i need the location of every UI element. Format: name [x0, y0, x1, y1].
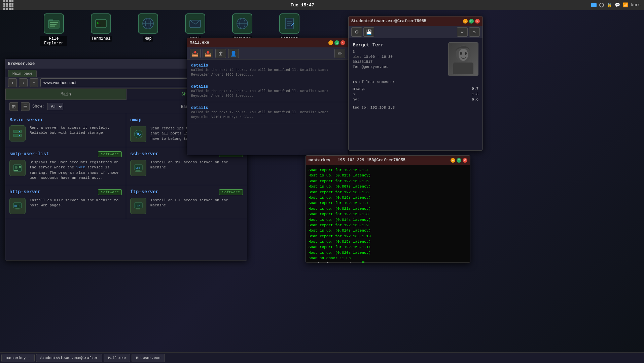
- student-id: 3: [353, 50, 444, 54]
- taskbar-item-mail[interactable]: Mail.exe: [104, 354, 130, 362]
- mail-inbox-button[interactable]: 📥: [190, 49, 201, 58]
- show-select[interactable]: All: [47, 103, 63, 110]
- mail-img: [185, 13, 205, 34]
- grades-section-title: ts of lost semester:: [353, 80, 478, 84]
- shop-item-http-name: http-server: [9, 189, 40, 195]
- shop-item-smtp-name: smtp-user-list: [9, 151, 49, 157]
- shop-item-http-icon: HTTP: [9, 198, 26, 214]
- app-grid-icon[interactable]: [3, 0, 13, 10]
- grade-row-3: ny: 6.6: [353, 97, 478, 102]
- list-view-button[interactable]: ☰: [21, 102, 30, 111]
- student-email: Terr@genzyme.net: [353, 65, 444, 69]
- svg-point-45: [465, 52, 467, 55]
- save-button[interactable]: 💾: [363, 27, 374, 37]
- prev-button[interactable]: «: [457, 27, 468, 37]
- avatar-placeholder: [449, 43, 478, 76]
- settings-button[interactable]: ⚙: [351, 27, 362, 37]
- students-maximize-button[interactable]: □: [469, 19, 474, 24]
- mail-close-button[interactable]: ✕: [341, 40, 345, 45]
- shop-item-http-server[interactable]: http-server Software HTTP Install an HTT…: [5, 185, 126, 219]
- desktop-icon-file-explorer[interactable]: File Explorer: [40, 13, 67, 46]
- terminal-maximize-button[interactable]: □: [457, 158, 461, 163]
- shop-item-basic-server-name: Basic server: [9, 117, 43, 123]
- taskbar-item-browser[interactable]: Browser.exe: [132, 354, 165, 362]
- mail-item-1[interactable]: details called in the next 12 hours. You…: [187, 60, 348, 81]
- mail-item-3[interactable]: details called in the next 12 hours. You…: [187, 102, 348, 123]
- terminal-line-16: Host is up. (0.020s latency): [309, 250, 467, 255]
- terminal-line-5: Scan report for 192.168.1.6: [309, 190, 467, 195]
- svg-rect-28: [14, 170, 18, 171]
- filter-left: ⊞ ☰ Show: All: [9, 102, 63, 111]
- desktop-icon-terminal[interactable]: >_ Terminal: [87, 13, 114, 42]
- terminal-line-10: Host is up. (0.014s latency): [309, 217, 467, 223]
- tab-main[interactable]: Main: [5, 89, 126, 100]
- students-minimize-button[interactable]: −: [463, 19, 468, 24]
- mail-compose-button[interactable]: 📤: [203, 49, 213, 58]
- svg-rect-2: [50, 22, 58, 23]
- students-toolbar-left: ⚙ 💾: [351, 27, 374, 37]
- terminal-line-11: Scan report for 192.168.1.9: [309, 223, 467, 228]
- svg-point-22: [19, 131, 20, 132]
- svg-text:SSH: SSH: [136, 167, 140, 169]
- shop-item-basic-server-desc: Rent a server to access it remotely. Rel…: [30, 125, 122, 136]
- browser-tab-main-page[interactable]: Main page: [8, 70, 37, 77]
- shop-item-nmap-icon: [130, 126, 146, 142]
- grade-row-1: mming: 9.7: [353, 87, 478, 91]
- mail-edit-button[interactable]: ✏: [334, 49, 345, 58]
- forward-button[interactable]: ›: [19, 78, 28, 87]
- mail-titlebar: Mail.exe − □ ✕: [187, 38, 348, 47]
- students-close-button[interactable]: ✕: [475, 19, 480, 24]
- mail-maximize-button[interactable]: □: [334, 40, 339, 45]
- taskbar-item-students[interactable]: StudentsViewer.exe@Crafter: [36, 354, 103, 362]
- mail-window-controls: − □ ✕: [328, 40, 345, 45]
- terminal-line-1: Scan report for 192.168.1.4: [309, 168, 467, 173]
- smtp-link[interactable]: SMTP: [76, 165, 85, 169]
- terminal-window-controls: − □ ✕: [451, 158, 467, 163]
- svg-rect-20: [13, 130, 22, 133]
- shop-item-smtp-user-list[interactable]: smtp-user-list Software: [5, 147, 126, 185]
- terminal-titlebar: masterkey - 195.102.229.158@Crafter78055…: [306, 156, 470, 165]
- terminal-close-button[interactable]: ✕: [463, 158, 467, 163]
- terminal-line-2: Host is up. (0.015s latency): [309, 173, 467, 178]
- home-button[interactable]: ⌂: [30, 78, 38, 87]
- map-img: [138, 13, 158, 34]
- svg-text:>_: >_: [97, 21, 101, 25]
- taskbar: masterkey - StudentsViewer.exe@Crafter M…: [0, 352, 644, 363]
- grid-view-button[interactable]: ⊞: [9, 102, 18, 111]
- shop-item-smtp-badge: Software: [98, 151, 122, 157]
- grade-label-1: mming:: [353, 87, 366, 91]
- shop-item-ftp-header: ftp-server Software: [130, 189, 243, 195]
- shop-item-basic-server-header: Basic server: [9, 117, 122, 123]
- back-button[interactable]: ‹: [8, 78, 17, 87]
- browser-img: [232, 13, 252, 34]
- shop-item-http-header: http-server Software: [9, 189, 122, 195]
- shop-item-basic-server[interactable]: Basic server Rent a server to access it …: [5, 113, 126, 147]
- shop-item-http-body: HTTP Install an HTTP server on the machi…: [9, 198, 122, 214]
- terminal-prompt-line: root@Crafter78055:/root#: [309, 261, 467, 263]
- mail-contact-button[interactable]: 👤: [228, 49, 239, 58]
- mail-item-3-preview: called in the next 12 hours. You will be…: [191, 110, 344, 120]
- shop-item-basic-server-body: Rent a server to access it remotely. Rel…: [9, 125, 122, 142]
- terminal-minimize-button[interactable]: −: [451, 158, 455, 163]
- mail-delete-button[interactable]: 🗑: [215, 49, 226, 58]
- student-header: Berget Terr 3 ule: 10:00 - 16:30 6913515…: [353, 42, 478, 76]
- topbar: Tue 15:47 🔒 💬 📶 kuro: [0, 0, 644, 10]
- students-toolbar-right: « »: [457, 27, 480, 37]
- shop-item-ftp-server[interactable]: ftp-server Software FTP Install an FTP a…: [126, 185, 247, 219]
- svg-rect-3: [50, 24, 57, 25]
- svg-rect-40: [136, 208, 140, 209]
- terminal-line-8: Host is up. (0.021s latency): [309, 206, 467, 211]
- mail-item-1-subject: details: [191, 63, 344, 68]
- mail-window: Mail.exe − □ ✕ 📥 📤 🗑 👤 ✏ details called …: [187, 38, 348, 155]
- wifi-icon: 📶: [623, 2, 628, 8]
- shop-item-ftp-name: ftp-server: [130, 189, 158, 195]
- taskbar-item-masterkey[interactable]: masterkey -: [1, 354, 35, 362]
- terminal-content[interactable]: Scan report for 192.168.1.4 Host is up. …: [306, 165, 470, 263]
- mail-item-1-preview: called in the next 12 hours. You will be…: [191, 68, 344, 77]
- mail-minimize-button[interactable]: −: [328, 40, 333, 45]
- file-explorer-img: [44, 13, 64, 34]
- mail-item-2[interactable]: details called in the next 12 hours. You…: [187, 81, 348, 102]
- svg-rect-32: [136, 170, 140, 171]
- desktop-icon-map[interactable]: Map: [135, 13, 162, 42]
- next-button[interactable]: »: [469, 27, 480, 37]
